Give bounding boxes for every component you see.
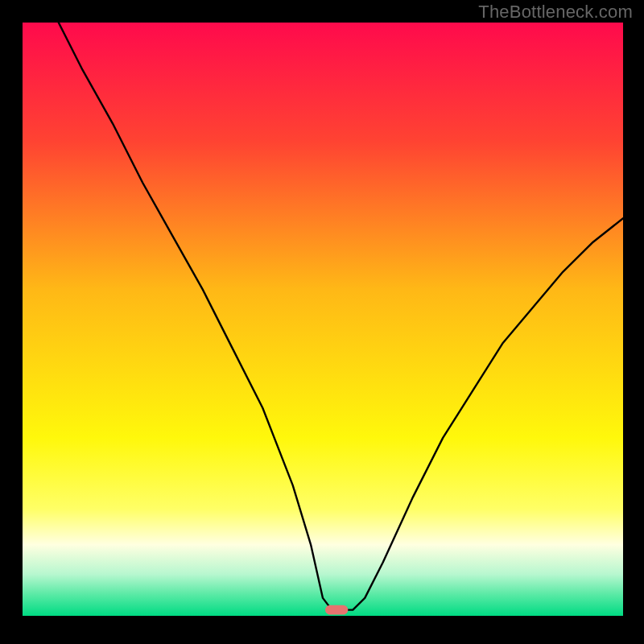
plot-area	[23, 23, 623, 616]
gradient-background	[23, 23, 623, 616]
watermark-text: TheBottleneck.com	[478, 2, 633, 23]
optimal-point-marker	[325, 605, 348, 615]
bottleneck-chart	[23, 23, 623, 616]
chart-frame: TheBottleneck.com	[0, 0, 644, 644]
